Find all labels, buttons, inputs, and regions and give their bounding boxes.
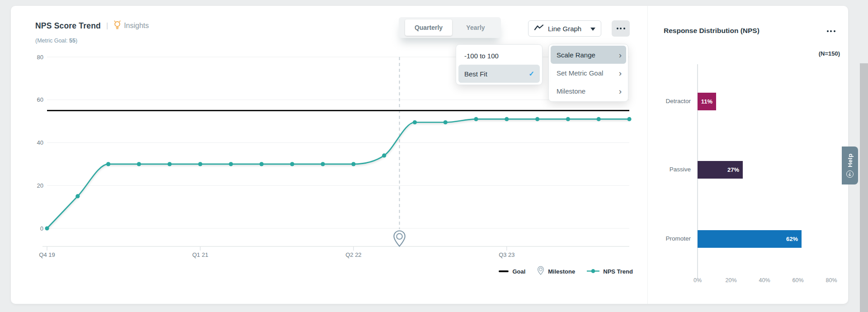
legend-item-milestone: Milestone xyxy=(537,266,575,277)
help-label: Help xyxy=(847,153,854,167)
lightbulb-icon xyxy=(113,19,121,32)
sample-size-label: (N=150) xyxy=(786,50,840,57)
metric-goal-prefix: (Metric Goal: xyxy=(35,38,68,44)
chart-legend: Goal Milestone NPS Trend xyxy=(470,266,633,277)
y-axis-tick-label: 40 xyxy=(37,139,43,146)
y-axis-tick-label: 80 xyxy=(37,54,43,61)
menu-item-label: Scale Range xyxy=(557,51,595,59)
submenu-item-label: Best Fit xyxy=(464,70,487,78)
chart-type-label: Line Graph xyxy=(548,25,586,33)
y-axis-tick-label: 0 xyxy=(40,225,43,232)
data-point xyxy=(321,162,325,166)
tab-yearly[interactable]: Yearly xyxy=(454,19,497,36)
submenu-item-label: -100 to 100 xyxy=(464,52,499,60)
bar-value-label: 62% xyxy=(786,236,798,242)
menu-item-set-metric-goal[interactable]: Set Metric Goal › xyxy=(551,64,626,82)
milestone-marker[interactable] xyxy=(394,231,405,246)
insights-button[interactable]: Insights xyxy=(113,19,149,32)
chevron-right-icon: › xyxy=(619,69,622,77)
legend-label: Milestone xyxy=(548,268,575,275)
page-title: NPS Score Trend xyxy=(35,21,101,31)
data-point xyxy=(382,153,386,157)
chart-type-dropdown[interactable]: Line Graph xyxy=(528,20,601,37)
help-tab[interactable]: ? Help xyxy=(842,147,858,184)
data-point xyxy=(259,162,264,166)
legend-item-nps-trend: NPS Trend xyxy=(587,268,633,275)
distribution-more-button[interactable] xyxy=(822,25,840,37)
period-toggle: Quarterly Yearly xyxy=(399,17,501,38)
nps-trend-line xyxy=(47,119,629,228)
metric-goal-caption: (Metric Goal: 55) xyxy=(35,38,77,44)
menu-item-milestone[interactable]: Milestone › xyxy=(551,82,626,100)
panel-divider xyxy=(647,6,648,304)
tab-quarterly[interactable]: Quarterly xyxy=(405,19,452,36)
x-axis-tick-label: Q4 19 xyxy=(39,251,55,258)
data-point xyxy=(413,120,417,124)
vertical-scrollbar-thumb[interactable] xyxy=(860,63,868,312)
scale-range-submenu: -100 to 100 Best Fit ✓ xyxy=(456,44,542,85)
data-point xyxy=(505,117,509,121)
data-point xyxy=(351,162,355,166)
data-point xyxy=(290,162,294,166)
trend-more-button[interactable] xyxy=(612,20,630,37)
data-point xyxy=(443,120,448,124)
data-point xyxy=(535,117,539,121)
bar-category-label: Promoter xyxy=(632,235,691,242)
title-separator: | xyxy=(106,22,108,30)
legend-label: Goal xyxy=(512,268,525,275)
data-point xyxy=(627,117,631,121)
line-graph-icon xyxy=(534,24,544,33)
data-point xyxy=(45,226,49,230)
data-point xyxy=(168,162,172,166)
menu-item-scale-range[interactable]: Scale Range › xyxy=(551,46,626,64)
trend-line-swatch xyxy=(587,268,599,275)
legend-label: NPS Trend xyxy=(603,268,633,275)
insights-label: Insights xyxy=(124,22,149,30)
ellipsis-icon xyxy=(827,30,835,32)
data-point xyxy=(75,194,80,198)
x-axis-tick-label: 0% xyxy=(686,277,709,284)
nps-trend-chart: 806040200Q4 19Q1 21Q2 22Q3 23 xyxy=(27,50,637,262)
milestone-pin-icon xyxy=(537,266,544,277)
x-axis-tick-label: 60% xyxy=(787,277,809,284)
metric-goal-value: 55 xyxy=(69,38,75,44)
legend-item-goal: Goal xyxy=(499,268,525,275)
chevron-right-icon: › xyxy=(619,51,622,59)
x-axis-tick-label: Q3 23 xyxy=(499,251,514,258)
y-axis-tick-label: 60 xyxy=(37,96,43,103)
data-point xyxy=(597,117,601,121)
bar-category-label: Detractor xyxy=(632,98,691,104)
goal-line-swatch xyxy=(499,270,509,272)
menu-item-label: Milestone xyxy=(557,87,585,95)
question-mark-icon: ? xyxy=(846,170,854,178)
x-axis-tick-label: Q2 22 xyxy=(345,251,361,258)
data-point xyxy=(198,162,202,166)
data-point xyxy=(106,162,110,166)
check-icon: ✓ xyxy=(528,70,534,78)
data-point xyxy=(474,117,478,121)
bar-category-label: Passive xyxy=(632,166,691,173)
ellipsis-icon xyxy=(617,28,625,29)
bar-value-label: 27% xyxy=(727,166,739,173)
chevron-right-icon: › xyxy=(619,87,622,95)
x-axis-tick-label: 20% xyxy=(720,277,742,284)
data-point xyxy=(566,117,570,121)
bar-detractor: 11% xyxy=(698,93,716,110)
x-axis-tick-label: 80% xyxy=(820,277,843,284)
more-options-menu: Scale Range › Set Metric Goal › Mileston… xyxy=(548,44,628,102)
metric-goal-suffix: ) xyxy=(75,38,77,44)
x-axis-tick-label: Q1 21 xyxy=(192,251,208,258)
trend-panel-header: NPS Score Trend | Insights xyxy=(35,20,149,32)
x-axis-tick-label: 40% xyxy=(753,277,776,284)
bar-promoter: 62% xyxy=(698,230,802,248)
submenu-item-best-fit[interactable]: Best Fit ✓ xyxy=(458,65,540,83)
bar-value-label: 11% xyxy=(701,98,712,105)
distribution-panel-title: Response Distribution (NPS) xyxy=(664,27,760,35)
bar-passive: 27% xyxy=(698,161,743,179)
data-point xyxy=(229,162,233,166)
submenu-item-100-to-100[interactable]: -100 to 100 xyxy=(458,47,540,65)
menu-item-label: Set Metric Goal xyxy=(557,69,603,77)
data-point xyxy=(137,162,141,166)
chevron-down-icon xyxy=(590,24,595,33)
y-axis-tick-label: 20 xyxy=(37,182,43,189)
